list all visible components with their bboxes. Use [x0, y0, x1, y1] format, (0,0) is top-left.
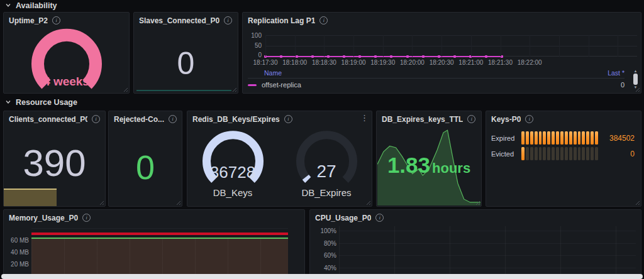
resize-handle[interactable]	[98, 199, 104, 205]
x-tick: 18:19:00	[341, 59, 366, 66]
x-tick: 18:18:00	[282, 59, 307, 66]
grid-line	[589, 35, 589, 57]
bar-segment	[578, 131, 581, 145]
bar-segment	[521, 131, 525, 145]
grid-line	[441, 35, 442, 57]
grid-line	[559, 35, 560, 57]
bar-segment	[556, 131, 559, 145]
section-availability[interactable]: Availability	[5, 1, 57, 11]
bar-segment	[530, 131, 533, 145]
bar-segment	[543, 131, 546, 145]
bar-segment	[582, 147, 585, 160]
grid-line	[353, 35, 354, 57]
info-icon[interactable]: i	[284, 115, 292, 123]
panel-ttl: DB_Expires_keys_TTL i 1.83hours	[376, 111, 482, 207]
panel-title[interactable]: Rejected-Co...	[114, 115, 164, 124]
info-icon[interactable]: i	[52, 16, 60, 25]
info-icon[interactable]: i	[169, 115, 177, 123]
legend-scrollbar[interactable]: ▲ ▼	[633, 69, 638, 89]
panel-keys: Keys-P0 i Expired384502Evicted0	[486, 111, 641, 207]
grid-line	[295, 35, 296, 57]
panel-title[interactable]: Slaves_Connected_P0	[139, 16, 219, 25]
bar-segments	[521, 147, 598, 160]
panel-memory: Memory_Usage_P0 i 60 MB40 MB20 MB	[3, 209, 305, 279]
scrollbar-thumb[interactable]	[633, 74, 638, 85]
info-icon[interactable]: i	[319, 16, 328, 25]
clients-value: 390	[4, 141, 105, 185]
x-tick: 18:20:00	[400, 59, 425, 66]
panel-title[interactable]: Clients_connected_P0	[9, 115, 87, 124]
y-axis-labels: 60 MB40 MB20 MB	[6, 210, 29, 279]
legend-last-header[interactable]: Last *	[608, 69, 625, 77]
panel-menu-icon[interactable]: ⋮	[360, 114, 369, 122]
ttl-value-wrap: 1.83hours	[377, 153, 481, 178]
y-tick: 80%	[324, 239, 336, 246]
bar-segment	[521, 147, 525, 160]
data-point	[374, 55, 377, 58]
grid-line	[265, 35, 266, 57]
grid-lines	[339, 226, 636, 279]
bar-label: Expired	[491, 134, 520, 142]
panel-replication: Replication Lag P1 i 100500 18:17:3018:1…	[242, 12, 641, 94]
info-icon[interactable]: i	[82, 214, 91, 222]
legend-row[interactable]: offset-replica 0	[248, 79, 625, 89]
bar-segment	[569, 131, 572, 145]
info-icon[interactable]: i	[375, 214, 384, 222]
data-point	[453, 55, 456, 58]
resize-handle[interactable]	[634, 199, 640, 205]
data-point	[327, 55, 330, 58]
bar-gauge-row: Evicted0	[491, 146, 635, 161]
panel-title[interactable]: Replication Lag P1	[248, 16, 315, 25]
bar-segment	[586, 147, 589, 160]
resize-handle[interactable]	[365, 199, 370, 205]
db-keys-gauge: 36728 DB_Keys	[187, 125, 279, 198]
bar-segment	[574, 131, 577, 145]
panel-redis-keys: Redis_DB_Keys/Expires i ⋮ 36728 DB_Keys …	[187, 111, 372, 207]
data-point	[422, 55, 425, 58]
legend-name-header[interactable]: Name	[264, 69, 282, 77]
bar-segment	[539, 131, 542, 145]
info-icon[interactable]: i	[525, 115, 533, 123]
panel-title[interactable]: Uptime_P2	[9, 16, 48, 25]
x-tick: 18:20:30	[430, 59, 454, 66]
y-axis-labels: 100%80%60%40%	[313, 210, 336, 279]
bar-segment	[556, 147, 559, 160]
data-point	[485, 55, 487, 58]
x-tick: 18:21:00	[458, 59, 483, 66]
y-tick: 60 MB	[11, 237, 29, 244]
bar-segment	[574, 147, 577, 160]
grid-line	[530, 35, 530, 57]
series-name[interactable]: offset-replica	[262, 81, 301, 89]
panel-title[interactable]: Keys-P0	[491, 115, 521, 124]
bar-segment	[586, 131, 589, 145]
rejected-value: 0	[109, 148, 182, 187]
scroll-down-icon[interactable]: ▼	[634, 85, 638, 89]
y-tick: 40%	[324, 265, 336, 271]
cpu-plot	[339, 226, 636, 279]
offset-replica-line	[265, 56, 502, 57]
data-point	[296, 55, 298, 58]
y-tick: 60%	[324, 252, 336, 259]
slaves-value: 0	[134, 45, 238, 82]
info-icon[interactable]: i	[467, 115, 475, 123]
info-icon[interactable]: i	[224, 16, 232, 25]
bar-segment	[578, 147, 581, 160]
resize-handle[interactable]	[175, 199, 180, 205]
legend: Name Last * offset-replica 0	[248, 69, 625, 89]
info-icon[interactable]: i	[92, 115, 100, 123]
resize-handle[interactable]	[231, 86, 236, 92]
bar-value: 0	[603, 150, 635, 158]
panel-title[interactable]: Redis_DB_Keys/Expires	[192, 115, 280, 124]
clients-sparkline	[4, 189, 57, 206]
grid-line	[471, 35, 472, 57]
bar-segment	[569, 147, 572, 160]
panel-title[interactable]: DB_Expires_keys_TTL	[382, 115, 463, 124]
x-tick: 18:21:30	[488, 59, 513, 66]
section-resource-usage[interactable]: Resource Usage	[5, 97, 77, 107]
scroll-up-icon[interactable]: ▲	[634, 69, 638, 73]
grid-line	[501, 35, 501, 57]
data-point	[406, 55, 409, 58]
data-point	[358, 55, 361, 58]
bar-segment	[552, 131, 555, 145]
x-tick: 18:19:30	[370, 59, 395, 66]
